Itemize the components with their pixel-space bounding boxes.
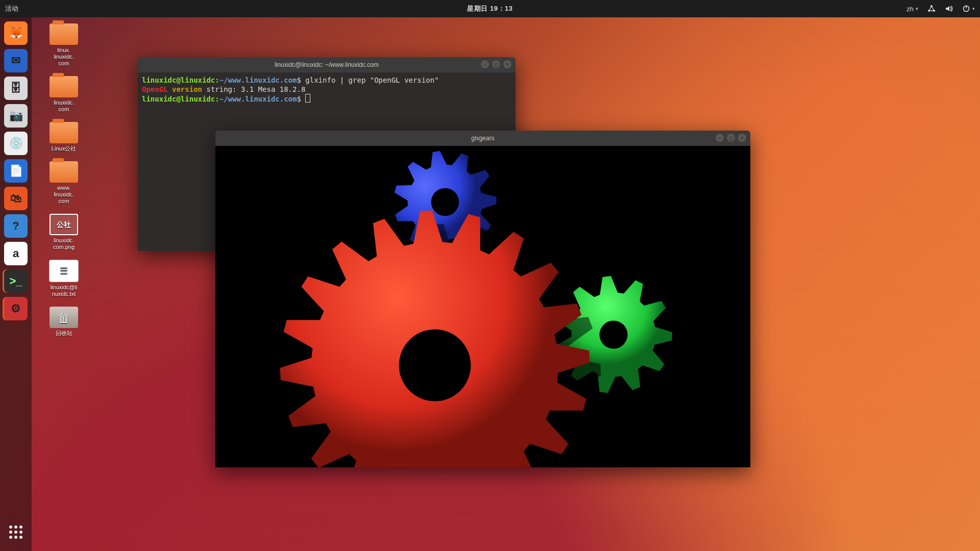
dock-firefox[interactable]: 🦊 (4, 21, 28, 45)
gears-svg (215, 146, 750, 467)
desktop-icons: linux. linuxidc. comlinuxidc. comLinux公社… (41, 23, 87, 337)
desktop-text-icon[interactable]: ☰linuxidc@li nuxidc.txt (41, 260, 87, 297)
svg-rect-4 (966, 6, 967, 9)
maximize-button[interactable]: ◻ (492, 60, 500, 68)
terminal-titlebar[interactable]: linuxidc@linuxidc: ~/www.linuxidc.com – … (138, 57, 516, 72)
desktop-image-icon[interactable]: 公社linuxidc. com.png (41, 214, 87, 251)
dock-terminal[interactable]: >_ (4, 269, 28, 293)
volume-icon[interactable] (945, 5, 953, 13)
desktop-icon-label: linuxidc. com (54, 99, 74, 113)
glxgears-titlebar[interactable]: glxgears – ◻ × (215, 131, 750, 146)
dock-help[interactable]: ? (4, 214, 28, 238)
activities-button[interactable]: 活动 (5, 4, 18, 13)
dock-rhythmbox[interactable]: 💿 (4, 132, 28, 155)
desktop-icon-label: linux. linuxidc. com (54, 47, 74, 67)
terminal-title: linuxidc@linuxidc: ~/www.linuxidc.com (275, 61, 379, 68)
close-button[interactable]: × (503, 60, 511, 68)
dock-shotwell[interactable]: 📷 (4, 104, 28, 128)
ime-indicator[interactable]: zh▾ (906, 5, 918, 13)
top-bar: 活动 星期日 19：13 zh▾ ▾ (0, 0, 980, 17)
desktop-folder-icon[interactable]: Linux公社 (41, 122, 87, 152)
desktop-trash-icon[interactable]: 🗑回收站 (41, 307, 87, 337)
desktop-icon-label: 回收站 (56, 330, 72, 337)
glxgears-title: glxgears (471, 135, 494, 142)
dock-libreoffice-writer[interactable]: 📄 (4, 159, 28, 183)
maximize-button[interactable]: ◻ (727, 134, 735, 142)
power-icon[interactable]: ▾ (962, 5, 975, 13)
glxgears-window[interactable]: glxgears – ◻ × (215, 131, 750, 467)
minimize-button[interactable]: – (716, 134, 724, 142)
dock: 🦊✉🗄📷💿📄🛍?a>_⚙ (0, 17, 32, 551)
desktop-icon-label: linuxidc@li nuxidc.txt (51, 284, 78, 297)
clock[interactable]: 星期日 19：13 (467, 4, 512, 13)
desktop-folder-icon[interactable]: www. linuxidc. com (41, 161, 87, 205)
desktop-icon-label: Linux公社 (52, 145, 76, 152)
dock-software[interactable]: 🛍 (4, 187, 28, 210)
desktop-icon-label: www. linuxidc. com (54, 185, 74, 205)
desktop-folder-icon[interactable]: linuxidc. com (41, 76, 87, 113)
desktop-folder-icon[interactable]: linux. linuxidc. com (41, 23, 87, 67)
red-gear (260, 191, 621, 467)
desktop-icon-label: linuxidc. com.png (53, 237, 75, 251)
network-icon[interactable] (927, 5, 936, 13)
glxgears-canvas (215, 146, 750, 467)
show-applications-button[interactable] (4, 520, 28, 544)
minimize-button[interactable]: – (481, 60, 489, 68)
dock-glxgears[interactable]: ⚙ (4, 297, 28, 320)
close-button[interactable]: × (738, 134, 746, 142)
dock-files[interactable]: 🗄 (4, 77, 28, 100)
dock-amazon[interactable]: a (4, 242, 28, 265)
dock-thunderbird[interactable]: ✉ (4, 49, 28, 72)
